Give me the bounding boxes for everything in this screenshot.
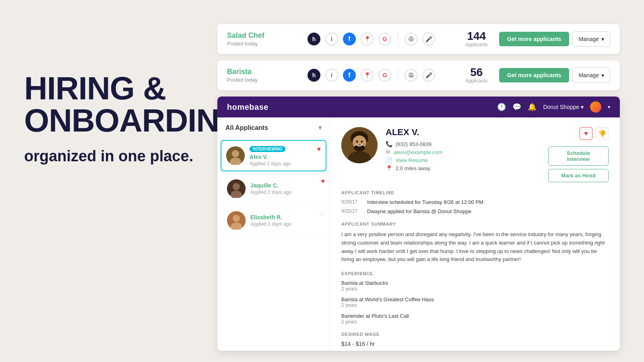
experience-item-2: Bartender at Pluto's Last Call 2 years (341, 313, 609, 325)
experience-item-1: Barista at World's Greatest Coffee Haus … (341, 296, 609, 308)
applicant-item-alex[interactable]: INTERVIEWING Alex V. Applied 2 days ago … (221, 140, 326, 171)
favorite-icon-jaquille[interactable]: ♥ (321, 178, 325, 185)
applicant-avatar-jaquille (227, 179, 246, 198)
summary-section-title: APPLICANT SUMMARY (341, 222, 609, 226)
wage-value: $14 - $16 / hr (341, 341, 609, 347)
homebase-icon-1[interactable]: h (308, 33, 320, 45)
google-icon-1[interactable]: G (378, 33, 391, 45)
applicants-list-header: All Applicants ▾ (217, 117, 330, 138)
manage-chevron-1: ▾ (601, 36, 604, 42)
homebase-panel: homebase 🕐 💬 🔔 Donut Shoppe ▾ ▾ All Appl… (217, 97, 620, 351)
clock-icon[interactable]: 🕐 (497, 103, 506, 111)
homebase-nav-right: 🕐 💬 🔔 Donut Shoppe ▾ ▾ (497, 101, 610, 113)
timeline-item-0: 9/26/17 Interview scheduled for Tuesday … (341, 199, 609, 205)
job-title-barista: Barista (227, 68, 299, 76)
applicant-info-elizabeth: Elizabeth R. Applied 2 days ago (250, 214, 320, 227)
detail-info: ALEX V. 📞 (832) 853-0839 ✉ alexv@example… (386, 127, 442, 173)
heart-action-btn[interactable]: ♥ (580, 127, 592, 140)
experience-section-title: EXPERIENCE (341, 271, 609, 276)
applicants-dropdown-icon[interactable]: ▾ (318, 124, 322, 132)
thumbdown-action-btn[interactable]: 👎 (596, 127, 609, 140)
location-icon: 📍 (386, 165, 392, 171)
divider-1 (398, 32, 398, 46)
right-panel: Salad Chef Posted today h i f 📍 G ☮ 🎤 14… (217, 24, 620, 351)
job-card-barista: Barista Posted today h i f 📍 G ☮ 🎤 56 Ap… (217, 60, 620, 90)
bell-icon[interactable]: 🔔 (528, 103, 537, 111)
store-name[interactable]: Donut Shoppe ▾ (543, 104, 584, 110)
applicant-info-alex: INTERVIEWING Alex V. Applied 2 days ago (250, 145, 321, 167)
applicant-avatar-elizabeth (227, 211, 246, 230)
manage-button-salad-chef[interactable]: Manage ▾ (572, 31, 610, 47)
favorite-icon-elizabeth[interactable]: ♡ (319, 210, 325, 218)
applicant-name-jaquille: Jaquille C. (250, 182, 320, 189)
resume-icon: 📄 (386, 157, 392, 163)
job-card-salad-chef: Salad Chef Posted today h i f 📍 G ☮ 🎤 14… (217, 24, 620, 54)
user-avatar[interactable] (590, 101, 601, 113)
detail-resume-link[interactable]: View Resume (396, 157, 428, 163)
get-applicants-button-barista[interactable]: Get more applicants (499, 68, 570, 82)
mark-hired-button[interactable]: Mark as Hired (548, 169, 609, 182)
chat-icon[interactable]: 💬 (512, 103, 521, 111)
svg-point-1 (232, 150, 239, 157)
svg-point-7 (233, 215, 240, 222)
divider-2 (398, 68, 398, 82)
mic-icon-1[interactable]: 🎤 (422, 33, 435, 45)
phone-icon: 📞 (386, 141, 392, 147)
applicant-item-elizabeth[interactable]: Elizabeth R. Applied 2 days ago ♡ (217, 205, 330, 237)
homebase-logo: homebase (227, 103, 268, 112)
experience-item-0: Barista at Starbucks 2 years (341, 280, 609, 292)
applicant-date-jaquille: Applied 2 days ago (250, 189, 320, 195)
facebook-icon-2[interactable]: f (343, 69, 356, 82)
action-icons: ♥ 👎 (580, 127, 609, 140)
hero-title: HIRING & ONBOARDING (24, 72, 217, 137)
manage-button-barista[interactable]: Manage ▾ (572, 68, 610, 83)
applicant-name-elizabeth: Elizabeth R. (250, 214, 320, 220)
job-title-salad-chef: Salad Chef (227, 31, 299, 40)
google-icon-2[interactable]: G (378, 69, 391, 82)
detail-email-link[interactable]: alexv@example.com (394, 149, 442, 155)
hero-subtitle: organized in one place. (24, 146, 217, 166)
job-posted-barista: Posted today (227, 77, 299, 83)
job-icons-salad-chef: h i f 📍 G ☮ 🎤 (308, 32, 460, 46)
get-applicants-button-salad-chef[interactable]: Get more applicants (499, 32, 570, 46)
snag-icon-2[interactable]: 📍 (361, 69, 374, 82)
summary-text: I am a very positive person and disregar… (341, 230, 609, 264)
timeline: 9/26/17 Interview scheduled for Tuesday … (341, 199, 609, 214)
wage-section-title: DESIRED WAGE (341, 332, 609, 337)
schedule-interview-button[interactable]: Schedule Interview (548, 146, 609, 166)
status-badge-alex: INTERVIEWING (250, 146, 285, 152)
snag-icon-1[interactable]: 📍 (361, 33, 374, 45)
detail-name: ALEX V. (386, 127, 442, 138)
peace-icon-1[interactable]: ☮ (405, 33, 417, 45)
applicant-info-jaquille: Jaquille C. Applied 2 days ago (250, 182, 320, 195)
svg-point-15 (361, 141, 363, 143)
detail-phone-row: 📞 (832) 853-0839 (386, 141, 442, 147)
applicant-item-jaquille[interactable]: Jaquille C. Applied 2 days ago ♥ (217, 173, 330, 205)
applicant-date-elizabeth: Applied 2 days ago (250, 221, 320, 227)
experience-list: Barista at Starbucks 2 years Barista at … (341, 280, 609, 325)
applicant-avatar-alex (226, 146, 245, 165)
indeed-icon-1[interactable]: i (325, 33, 338, 45)
detail-actions: ♥ 👎 Schedule Interview Mark as Hired (548, 127, 609, 182)
mic-icon-2[interactable]: 🎤 (422, 69, 435, 82)
applicants-list: All Applicants ▾ INTERVIEWING Alex (217, 117, 330, 351)
job-posted-salad-chef: Posted today (227, 41, 299, 47)
indeed-icon-2[interactable]: i (325, 69, 338, 82)
job-card-info-salad-chef: Salad Chef Posted today (227, 31, 299, 47)
facebook-icon-1[interactable]: f (343, 33, 356, 45)
applicant-date-alex: Applied 2 days ago (250, 161, 321, 167)
panel-body: All Applicants ▾ INTERVIEWING Alex (217, 117, 620, 351)
avatar-chevron: ▾ (608, 104, 610, 110)
manage-chevron-2: ▾ (601, 72, 604, 78)
applicant-name-alex: Alex V. (250, 154, 321, 160)
favorite-icon-alex[interactable]: ♥ (317, 146, 321, 153)
detail-email-row: ✉ alexv@example.com (386, 149, 442, 155)
timeline-section-title: APPLICANT TIMELINE (341, 190, 609, 195)
applicant-count-barista: 56 Applicants (460, 67, 493, 84)
homebase-icon-2[interactable]: h (308, 69, 320, 82)
job-icons-barista: h i f 📍 G ☮ 🎤 (308, 68, 460, 82)
detail-left: ALEX V. 📞 (832) 853-0839 ✉ alexv@example… (341, 127, 442, 173)
peace-icon-2[interactable]: ☮ (405, 69, 417, 82)
store-chevron: ▾ (581, 104, 584, 110)
timeline-item-1: 9/25/17 Dwayne applied for Barista @ Don… (341, 208, 609, 214)
